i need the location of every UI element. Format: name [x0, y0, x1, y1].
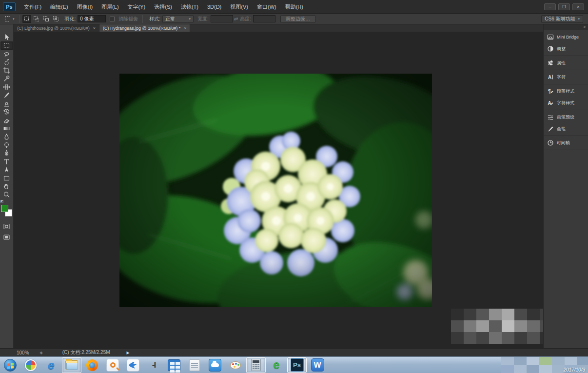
menu-type[interactable]: 文字(Y)	[123, 0, 150, 14]
chevron-down-icon: ▾	[13, 17, 15, 21]
workspace-switcher[interactable]: CS6 新增功能 ▾	[541, 15, 583, 23]
panel-properties[interactable]: 属性	[544, 57, 588, 69]
photoshop-logo-icon: Ps	[3, 2, 16, 11]
start-button[interactable]	[0, 357, 20, 373]
panel-character-styles[interactable]: A 字符样式	[544, 97, 588, 109]
taskbar-input-method[interactable]: -I	[144, 357, 163, 373]
refine-edge-button[interactable]: 调整边缘…	[280, 15, 315, 23]
tool-quick-selection[interactable]	[0, 58, 13, 66]
tool-eyedropper[interactable]	[0, 75, 13, 83]
tab-hydrangeas[interactable]: (C) Hydrangeas.jpg @ 100%(RGB/8#) * ×	[99, 24, 190, 32]
menu-view[interactable]: 视图(V)	[226, 0, 253, 14]
taskbar-calculator[interactable]	[246, 357, 266, 373]
menu-3d[interactable]: 3D(D)	[203, 0, 226, 14]
intersect-selection-mode-button[interactable]	[52, 15, 60, 23]
tool-path-selection[interactable]	[0, 166, 13, 174]
panel-label: 画笔	[557, 126, 566, 132]
foreground-color-swatch[interactable]	[1, 205, 8, 212]
tool-eraser[interactable]	[0, 116, 13, 124]
menu-image[interactable]: 图像(I)	[73, 0, 97, 14]
tool-pen[interactable]	[0, 149, 13, 157]
taskbar-cloud-app[interactable]	[205, 357, 225, 373]
taskbar-360-browser[interactable]	[21, 357, 40, 373]
taskbar-notepad[interactable]	[185, 357, 204, 373]
taskbar-internet-explorer[interactable]: e	[41, 357, 61, 373]
search-icon	[106, 359, 119, 372]
width-input[interactable]	[211, 15, 233, 22]
panel-brush[interactable]: 画笔	[544, 123, 588, 135]
zoom-level-field[interactable]: 100%	[17, 350, 29, 355]
chevron-down-icon: ▾	[578, 17, 580, 21]
minimize-button[interactable]: –	[544, 3, 556, 10]
hydrangeas-photo[interactable]	[119, 74, 432, 307]
taskbar-green-browser[interactable]: e	[267, 357, 286, 373]
tool-rectangular-marquee[interactable]	[0, 41, 13, 50]
feather-input[interactable]	[78, 15, 106, 22]
add-selection-mode-button[interactable]	[32, 15, 41, 23]
taskbar-paint-app[interactable]	[226, 357, 245, 373]
panel-label: 时间轴	[557, 140, 570, 146]
system-tray[interactable]: 2017/10/3	[501, 357, 588, 373]
taskbar-photoshop[interactable]: Ps	[287, 357, 307, 373]
tool-zoom[interactable]	[0, 191, 13, 199]
tool-crop[interactable]	[0, 66, 13, 75]
style-select[interactable]: 正常 ▾	[162, 15, 194, 23]
canvas-area[interactable]	[14, 32, 543, 348]
screen-mode-button[interactable]	[0, 233, 13, 241]
taskbar-sogou-search[interactable]	[103, 357, 122, 373]
taskbar-wps-writer[interactable]: W	[308, 357, 327, 373]
taskbar-video-player[interactable]	[164, 357, 184, 373]
taskbar-windows-explorer[interactable]	[62, 357, 81, 373]
taskbar-thunder[interactable]	[123, 357, 143, 373]
menu-filter[interactable]: 滤镜(T)	[176, 0, 203, 14]
panel-mini-bridge[interactable]: Mini Bridge	[544, 31, 588, 43]
subtract-selection-mode-button[interactable]	[42, 15, 51, 23]
gradient-icon	[3, 125, 10, 132]
status-options-arrow[interactable]: ▶	[127, 351, 130, 355]
close-icon[interactable]: ×	[184, 26, 186, 31]
pixelated-watermark	[451, 309, 552, 344]
lasso-icon	[3, 50, 10, 58]
tool-preset-picker[interactable]: ▾	[0, 15, 17, 22]
tool-move[interactable]	[0, 33, 13, 41]
clone-stamp-icon	[3, 100, 10, 107]
default-colors-icon[interactable]: ◩	[0, 199, 4, 203]
menu-edit[interactable]: 编辑(E)	[46, 0, 73, 14]
tool-history-brush[interactable]	[0, 108, 13, 116]
tool-blur[interactable]	[0, 133, 13, 141]
panel-adjustments[interactable]: 调整	[544, 43, 588, 55]
menu-select[interactable]: 选择(S)	[150, 0, 176, 14]
restore-button[interactable]: ❐	[558, 3, 570, 10]
tool-hand[interactable]	[0, 182, 13, 191]
quick-mask-button[interactable]	[0, 222, 13, 230]
menu-file[interactable]: 文件(F)	[20, 0, 46, 14]
menu-layer[interactable]: 图层(L)	[97, 0, 123, 14]
menu-help[interactable]: 帮助(H)	[281, 0, 308, 14]
calculator-icon	[251, 359, 261, 371]
pen-icon	[3, 150, 10, 157]
document-size-info: (C) 文档:2.25M/2.25M	[62, 349, 110, 356]
panel-character[interactable]: A 字符	[544, 71, 588, 83]
tool-brush[interactable]	[0, 91, 13, 99]
tool-spot-healing-brush[interactable]	[0, 83, 13, 91]
taskbar-firefox[interactable]	[82, 357, 102, 373]
tool-dodge[interactable]	[0, 141, 13, 149]
tool-type[interactable]	[0, 157, 13, 166]
close-button[interactable]: ×	[572, 3, 584, 10]
tool-gradient[interactable]	[0, 124, 13, 133]
tool-rectangle-shape[interactable]	[0, 174, 13, 182]
tool-lasso[interactable]	[0, 50, 13, 58]
swap-dimensions-icon[interactable]: ⇄	[234, 16, 238, 21]
antialias-checkbox[interactable]	[110, 17, 115, 21]
panel-paragraph-styles[interactable]: ¶ 段落样式	[544, 85, 588, 97]
close-icon[interactable]: ×	[93, 26, 96, 31]
menu-window[interactable]: 窗口(W)	[253, 0, 281, 14]
new-selection-mode-button[interactable]	[22, 15, 31, 23]
tab-lighthouse[interactable]: (C) Lighthouse.jpg @ 100%(RGB/8#) ×	[14, 24, 99, 32]
tiles-icon	[168, 359, 180, 371]
panel-timeline[interactable]: 时间轴	[544, 137, 588, 149]
height-input[interactable]	[253, 15, 275, 22]
collapse-panels-button[interactable]: «	[544, 24, 588, 30]
tool-clone-stamp[interactable]	[0, 99, 13, 108]
panel-brush-presets[interactable]: 画笔预设	[544, 111, 588, 123]
